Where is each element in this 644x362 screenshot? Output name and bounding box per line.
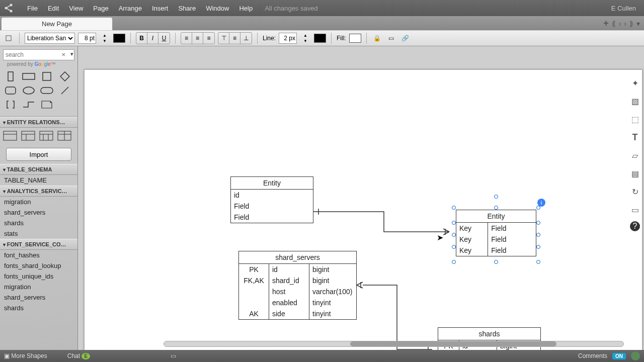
help-icon[interactable]: ? xyxy=(630,221,640,231)
page-tab-active[interactable]: New Page xyxy=(1,17,113,30)
shape-ellipse-icon[interactable] xyxy=(21,85,36,96)
er-shape-2-icon[interactable] xyxy=(21,131,36,142)
page-settings-icon[interactable]: ⬚ xyxy=(628,113,641,126)
line-color-swatch[interactable] xyxy=(314,34,326,43)
menu-page[interactable]: Page xyxy=(88,5,113,12)
add-page-icon[interactable]: + xyxy=(603,18,609,29)
fill-label: Fill: xyxy=(337,35,346,42)
shape-roundrect-icon[interactable] xyxy=(3,85,18,96)
text-tool-icon[interactable]: T xyxy=(628,131,641,144)
lock-button[interactable]: 🔒 xyxy=(372,33,383,44)
document-icon[interactable]: ▱ xyxy=(628,149,641,162)
canvas[interactable]: Entity id Field Field Entity KeyField Ke… xyxy=(78,46,644,350)
underline-button[interactable]: U xyxy=(158,33,170,44)
valign-top-button[interactable]: ⊤ xyxy=(218,33,229,44)
panel-table-schema[interactable]: TABLE_SCHEMA xyxy=(0,164,77,175)
panel-entity-relations[interactable]: ENTITY RELATIONS… xyxy=(0,117,77,128)
menu-window[interactable]: Window xyxy=(201,5,234,12)
align-right-button[interactable]: ≡ xyxy=(203,33,214,44)
user-label[interactable]: E Cullen xyxy=(611,5,641,12)
valign-middle-button[interactable]: ≡ xyxy=(229,33,240,44)
history-icon[interactable]: ↻ xyxy=(628,185,641,198)
shape-note-icon[interactable] xyxy=(39,99,54,110)
bold-button[interactable]: B xyxy=(136,33,147,44)
tree-fs-shard-servers[interactable]: shard_servers xyxy=(0,292,77,303)
present-icon[interactable]: ▭ xyxy=(628,203,641,216)
tree-fonts-shard-lookup[interactable]: fonts_shard_lookup xyxy=(0,260,77,271)
presentation-mode-icon[interactable]: ▭ xyxy=(171,352,176,359)
navigator-icon[interactable]: ✦ xyxy=(628,76,641,89)
tree-fonts-unique-ids[interactable]: fonts_unique_ids xyxy=(0,271,77,282)
menu-view[interactable]: View xyxy=(64,5,88,12)
shape-connector-icon[interactable] xyxy=(21,99,36,110)
menu-arrange[interactable]: Arrange xyxy=(114,5,147,12)
entity-table-1[interactable]: Entity id Field Field xyxy=(230,176,313,223)
font-family-select[interactable]: Liberation Sans xyxy=(25,33,75,44)
tree-table-name[interactable]: TABLE_NAME xyxy=(0,175,77,186)
tree-analytics-shard-servers[interactable]: shard_servers xyxy=(0,207,77,218)
import-button[interactable]: Import xyxy=(6,148,71,161)
font-size-up[interactable]: ▲ xyxy=(99,33,110,38)
shape-hrect-icon[interactable] xyxy=(21,71,36,82)
group-button[interactable]: ▭ xyxy=(386,33,397,44)
shape-square-icon[interactable] xyxy=(39,71,54,82)
shard-servers-title: shard_servers xyxy=(239,251,356,264)
undo-button[interactable] xyxy=(3,33,14,44)
horizontal-scrollbar[interactable] xyxy=(164,341,624,347)
tree-analytics-stats[interactable]: stats xyxy=(0,228,77,239)
next-page-icon[interactable]: › xyxy=(624,20,626,28)
shape-bracket-icon[interactable] xyxy=(3,99,18,110)
info-badge-icon[interactable]: i xyxy=(537,199,545,207)
tree-fs-migration[interactable]: migration xyxy=(0,282,77,292)
menu-share[interactable]: Share xyxy=(173,5,201,12)
collaborator-avatar[interactable] xyxy=(631,351,640,360)
page-paper[interactable]: Entity id Field Field Entity KeyField Ke… xyxy=(84,69,642,350)
line-width-input[interactable] xyxy=(279,33,297,44)
fill-color-swatch[interactable] xyxy=(349,34,361,43)
shape-vrect-icon[interactable] xyxy=(3,71,18,82)
italic-button[interactable]: I xyxy=(147,33,158,44)
tree-fs-shards[interactable]: shards xyxy=(0,303,77,313)
search-dropdown-icon[interactable]: ▾ xyxy=(70,51,73,57)
comments-toggle[interactable]: ON xyxy=(612,353,626,359)
shard-servers-table[interactable]: shard_servers PKidbigint FK,AKshard_idbi… xyxy=(238,251,357,320)
prev-page-icon[interactable]: ‹ xyxy=(619,20,621,28)
align-center-button[interactable]: ≡ xyxy=(192,33,203,44)
more-shapes-button[interactable]: ▣ More Shapes xyxy=(4,352,47,359)
svg-rect-15 xyxy=(40,131,53,140)
er-shape-1-icon[interactable] xyxy=(3,131,18,142)
shape-pill-icon[interactable] xyxy=(39,85,54,96)
line-width-down[interactable]: ▼ xyxy=(300,38,311,44)
font-size-input[interactable] xyxy=(78,33,96,44)
first-page-icon[interactable]: ⟪ xyxy=(612,20,616,28)
valign-bottom-button[interactable]: ⊥ xyxy=(240,33,252,44)
page-menu-icon[interactable]: ▾ xyxy=(636,20,640,28)
align-left-button[interactable]: ≡ xyxy=(181,33,192,44)
comments-button[interactable]: Comments xyxy=(578,352,607,359)
svg-rect-4 xyxy=(8,72,13,81)
search-clear-icon[interactable]: × xyxy=(61,51,65,58)
masterpage-icon[interactable]: ▤ xyxy=(628,167,641,180)
tree-analytics-migration[interactable]: migration xyxy=(0,197,77,207)
panel-analytics[interactable]: ANALYTICS_SERVIC… xyxy=(0,186,77,197)
tree-font-hashes[interactable]: font_hashes xyxy=(0,250,77,260)
shape-diamond-icon[interactable] xyxy=(57,71,72,82)
chat-button[interactable]: Chat E xyxy=(67,352,90,359)
line-width-up[interactable]: ▲ xyxy=(300,33,311,38)
tree-analytics-shards[interactable]: shards xyxy=(0,218,77,228)
scrollbar-thumb[interactable] xyxy=(350,341,556,346)
er-shape-4-icon[interactable] xyxy=(57,131,72,142)
menu-edit[interactable]: Edit xyxy=(43,5,64,12)
link-button[interactable]: 🔗 xyxy=(400,33,411,44)
text-color-swatch[interactable] xyxy=(113,34,125,43)
powered-by-label: powered by Google™ xyxy=(0,61,77,69)
panel-font-service[interactable]: FONT_SERVICE_CO… xyxy=(0,239,77,250)
er-shape-3-icon[interactable] xyxy=(39,131,54,142)
last-page-icon[interactable]: ⟫ xyxy=(629,20,633,28)
menu-insert[interactable]: Insert xyxy=(147,5,174,12)
menu-help[interactable]: Help xyxy=(234,5,258,12)
shape-line-icon[interactable] xyxy=(57,85,72,96)
menu-file[interactable]: File xyxy=(22,5,43,12)
font-size-down[interactable]: ▼ xyxy=(99,38,110,44)
themes-icon[interactable]: ▧ xyxy=(628,95,641,108)
